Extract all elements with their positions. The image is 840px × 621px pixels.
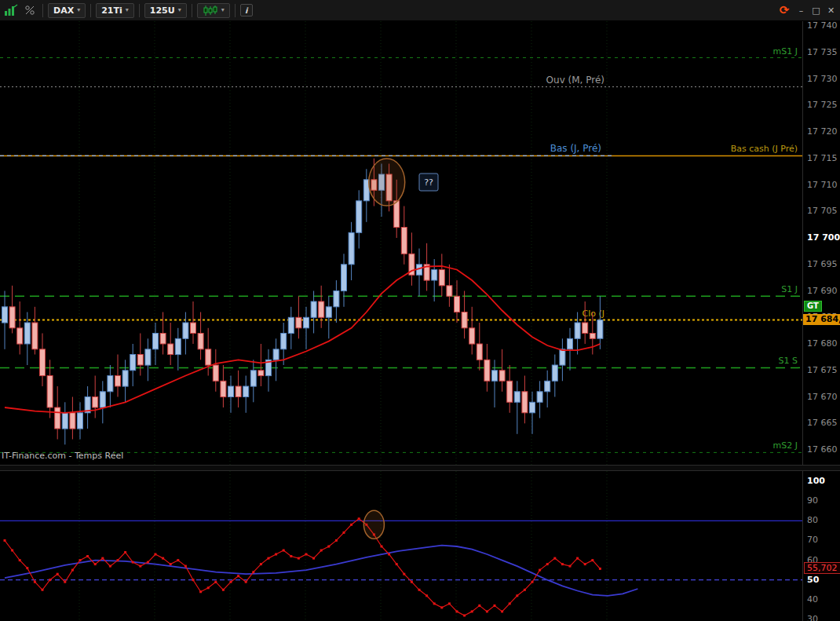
timeframe-label: 21Ti: [101, 5, 122, 16]
price-tick: 17 665: [807, 418, 838, 429]
level-label: Clo (J: [583, 309, 605, 319]
watermark: IT-Finance.com - Temps Réel: [2, 451, 123, 461]
chevron-down-icon: ▾: [178, 7, 181, 13]
price-tick: 17 720: [807, 126, 838, 137]
maximize-button[interactable]: □: [810, 6, 822, 15]
toolbar-separator: [42, 4, 43, 17]
price-panel: mS1 JOuv (M, Pré)Bas cash (J Pré)Bas (J,…: [0, 21, 840, 465]
level-label: mS2 J: [773, 440, 798, 451]
panel-divider[interactable]: [0, 465, 840, 471]
candlestick-chart[interactable]: mS1 JOuv (M, Pré)Bas cash (J Pré)Bas (J,…: [0, 21, 802, 465]
oscillator-tick: 30: [807, 614, 818, 621]
close-button[interactable]: ✕: [825, 6, 837, 15]
level-label: Ouv (M, Pré): [546, 75, 604, 86]
units-label: 125U: [150, 5, 175, 16]
question-label: ??: [424, 177, 433, 188]
price-tick: 17 705: [807, 206, 838, 217]
last-price-tag: 17 684,5: [803, 314, 840, 325]
oscillator-panel: 1009080706050403055,702: [0, 471, 840, 621]
gt-badge[interactable]: GT: [804, 301, 822, 312]
signal-line: [5, 546, 637, 596]
app-logo-icon: [3, 3, 19, 18]
minimize-button[interactable]: –: [795, 6, 807, 15]
annotation-ellipse[interactable]: [369, 159, 405, 206]
units-selector[interactable]: 125U ▾: [144, 3, 187, 18]
info-button[interactable]: i: [240, 4, 253, 16]
toolbar-separator: [192, 4, 192, 17]
oscillator-tick: 40: [807, 594, 818, 605]
price-tick: 17 735: [807, 47, 838, 58]
chevron-down-icon: ▾: [126, 7, 129, 13]
toolbar: DAX ▾ 21Ti ▾ 125U ▾ ▾ i ⟳ – □ ✕: [0, 0, 840, 21]
chart-type-selector[interactable]: ▾: [197, 3, 230, 18]
annotation-ellipse[interactable]: [363, 510, 384, 539]
oscillator-tick: 50: [807, 575, 819, 586]
oscillator-tick: 90: [807, 495, 818, 506]
oscillator-value-tag: 55,702: [804, 562, 840, 574]
price-axis[interactable]: 17 74017 73517 73017 72517 72017 71517 7…: [802, 21, 840, 465]
oscillator-tick: 70: [807, 535, 818, 546]
price-tick: 17 695: [807, 259, 838, 270]
level-label: S1 J: [781, 284, 798, 294]
level-label: Bas cash (J Pré): [731, 144, 798, 154]
price-tick: 17 660: [807, 444, 838, 455]
toolbar-separator: [139, 4, 140, 17]
price-tick: 17 730: [807, 74, 838, 85]
price-tick: 17 700: [807, 232, 840, 243]
price-tick: 17 680: [807, 338, 838, 349]
level-label: Bas (J, Pré): [550, 143, 601, 154]
candlestick-style-icon: [203, 3, 218, 18]
candlestick-svg: mS1 JOuv (M, Pré)Bas cash (J Pré)Bas (J,…: [0, 21, 802, 465]
price-tick: 17 710: [807, 180, 838, 191]
price-tick: 17 725: [807, 100, 838, 111]
oscillator-tick: 80: [807, 515, 818, 526]
candles: [2, 159, 603, 445]
oscillator-line: [5, 519, 600, 616]
oscillator-axis[interactable]: 1009080706050403055,702: [802, 471, 840, 621]
price-tick: 17 675: [807, 365, 838, 376]
oscillator-chart[interactable]: [0, 471, 802, 621]
trading-window: DAX ▾ 21Ti ▾ 125U ▾ ▾ i ⟳ – □ ✕ mS1 JOuv…: [0, 0, 840, 621]
oscillator-svg: [0, 471, 802, 621]
level-label: S1 S: [779, 356, 798, 366]
toolbar-separator: [90, 4, 91, 17]
price-tick: 17 740: [807, 21, 838, 31]
timeframe-selector[interactable]: 21Ti ▾: [96, 3, 134, 18]
chevron-down-icon: ▾: [77, 7, 80, 13]
oscillator-tick: 100: [807, 476, 825, 487]
percent-icon[interactable]: [22, 3, 38, 18]
price-tick: 17 670: [807, 392, 838, 403]
toolbar-separator: [235, 4, 236, 17]
refresh-icon[interactable]: ⟳: [776, 5, 792, 16]
chevron-down-icon: ▾: [221, 7, 225, 13]
instrument-label: DAX: [53, 5, 74, 16]
level-label: mS1 J: [773, 46, 798, 57]
price-tick: 17 690: [807, 286, 838, 297]
price-tick: 17 715: [807, 153, 838, 164]
instrument-selector[interactable]: DAX ▾: [48, 3, 86, 18]
